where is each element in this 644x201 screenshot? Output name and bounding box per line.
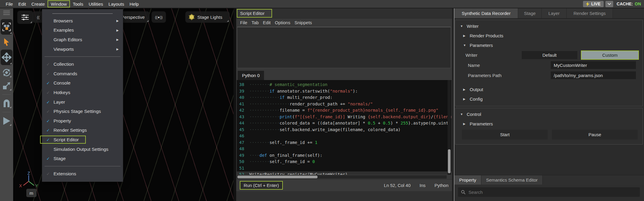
params-path-input[interactable] [551, 71, 636, 79]
output-header[interactable]: ▶ Output [455, 85, 643, 94]
line-number: 41 [237, 101, 248, 108]
stage-lights-button[interactable]: Stage Lights [185, 11, 230, 23]
horizontal-scrollbar-thumb[interactable] [237, 176, 318, 178]
code-line[interactable]: 51 [237, 165, 451, 172]
code-line[interactable]: 50········self._frame_id = 0 [237, 159, 451, 165]
tab-stage[interactable]: Stage [518, 8, 542, 18]
code-line[interactable]: 47········self._frame_id += 1 [237, 139, 451, 146]
code-line[interactable]: 42············filename = f"{render_produ… [237, 107, 451, 114]
tab-synthetic-data-recorder[interactable]: Synthetic Data Recorder [454, 8, 518, 18]
menu-item-script-editor[interactable]: ✓Script Editor [42, 135, 123, 145]
menu-item-viewports[interactable]: Viewports▶ [42, 45, 123, 54]
menu-item-console[interactable]: ✓Console [42, 79, 123, 88]
render-products-header[interactable]: ▶ Render Products [455, 31, 643, 40]
toolbar-drag-handle-icon[interactable] [3, 11, 10, 15]
menu-item-hotkeys[interactable]: ✓Hotkeys [42, 88, 123, 97]
script-editor-menu-edit[interactable]: Edit [261, 20, 273, 25]
menubar-item-layouts[interactable]: Layouts [106, 0, 127, 7]
snap-tool-button[interactable] [1, 98, 12, 109]
code-line[interactable]: 48 [237, 146, 451, 152]
writer-name-input[interactable] [551, 61, 636, 69]
menu-item-examples[interactable]: Examples▶ [42, 26, 123, 35]
menu-item-stage[interactable]: ✓Stage [42, 154, 123, 163]
rotate-tool-button[interactable] [1, 67, 12, 78]
tab-render-settings[interactable]: Render Settings [567, 8, 613, 18]
chevron-down-icon [608, 3, 611, 5]
code-line[interactable]: 45············self.backend.write_image(f… [237, 127, 451, 133]
tab-python-0[interactable]: Python 0 [238, 71, 264, 80]
code-line[interactable]: 43············print(f"[{self._frame_id}]… [237, 114, 451, 120]
code-line[interactable]: 41················render_product_path +=… [237, 101, 451, 108]
writer-type-row: Writer Default Custom [455, 50, 643, 60]
play-button[interactable] [1, 115, 12, 127]
window-menu: Browsers▶Examples▶Graph Editors▶Viewport… [42, 9, 123, 182]
writer-default-button[interactable]: Default [522, 51, 577, 59]
config-header[interactable]: ▶ Config [455, 94, 643, 104]
code-text: ············if multi_render_prod: [248, 94, 332, 101]
menubar-item-utilities[interactable]: Utilities [86, 0, 106, 7]
menubar-item-help[interactable]: Help [127, 0, 141, 7]
viewport-settings-button[interactable] [17, 11, 33, 24]
move-tool-button[interactable] [1, 50, 13, 65]
code-line[interactable]: 52WriterRegistry.register(MyCustomWriter… [237, 171, 451, 175]
parameters-header[interactable]: ▼ Parameters [455, 40, 643, 50]
menu-item-collection[interactable]: ✓Collection [42, 59, 123, 69]
viewport[interactable]: (( Perspective ((●)) Stage Lights Z [13, 8, 234, 201]
menu-item-property[interactable]: ✓Property [42, 116, 123, 126]
code-line[interactable]: 46 [237, 133, 451, 139]
tab-semantics-schema-editor[interactable]: Semantics Schema Editor [481, 175, 543, 185]
menu-item-commands[interactable]: ✓Commands [42, 69, 123, 79]
script-editor-menu-options[interactable]: Options [273, 20, 292, 25]
checkmark-icon: ✓ [46, 171, 54, 176]
menu-item-graph-editors[interactable]: Graph Editors▶ [42, 35, 123, 45]
writer-custom-button[interactable]: Custom [581, 50, 639, 60]
script-editor-menu-snippets[interactable]: Snippets [292, 20, 314, 25]
menu-item-simulation-output-settings[interactable]: Simulation Output Settings [42, 145, 123, 154]
menu-item-render-settings[interactable]: ✓Render Settings [42, 126, 123, 135]
code-line[interactable]: 40············if multi_render_prod: [237, 94, 451, 101]
collapse-triangle-icon: ▼ [460, 24, 464, 28]
menubar-item-file[interactable]: File [3, 0, 16, 7]
menubar-item-tools[interactable]: Tools [70, 0, 86, 7]
menu-item-browsers[interactable]: Browsers▶ [42, 16, 123, 26]
pause-button[interactable]: Pause [552, 130, 638, 139]
tab-property[interactable]: Property [454, 175, 481, 185]
run-button[interactable]: Run (Ctrl + Enter) [240, 181, 283, 190]
menubar-item-window[interactable]: Window [48, 0, 70, 7]
live-dropdown-button[interactable] [605, 1, 613, 7]
control-parameters-header[interactable]: ▶ Parameters [455, 119, 643, 128]
writer-header[interactable]: ▼ Writer [455, 21, 643, 31]
menu-item-physics-stage-settings[interactable]: ✓Physics Stage Settings [42, 107, 123, 116]
start-button[interactable]: Start [462, 130, 548, 139]
menu-item-layer[interactable]: ✓Layer [42, 97, 123, 107]
panel-splitter[interactable] [234, 8, 236, 201]
viewport-unit-badge[interactable]: m [26, 189, 36, 197]
code-line[interactable]: 38········# semantic_segmentation [237, 82, 451, 88]
menubar-item-create[interactable]: Create [29, 0, 48, 7]
code-line[interactable]: 44············colored_data = ((data[anno… [237, 120, 451, 127]
search-input[interactable] [468, 189, 637, 195]
line-number: 50 [237, 159, 248, 165]
select-tool-button[interactable] [1, 36, 12, 48]
property-search[interactable] [458, 187, 640, 197]
vertical-scrollbar-thumb[interactable] [448, 149, 451, 173]
live-button[interactable]: LIVE [583, 1, 603, 7]
horizontal-scrollbar[interactable] [237, 175, 447, 179]
selection-mode-button[interactable] [1, 19, 13, 35]
menubar-item-edit[interactable]: Edit [16, 0, 29, 7]
line-number: 45 [237, 127, 248, 133]
script-editor-menu-file[interactable]: File [238, 20, 249, 25]
scale-tool-button[interactable] [1, 80, 12, 91]
script-editor-output-pane[interactable] [237, 27, 451, 68]
code-line[interactable]: 49····def on_final_frame(self): [237, 152, 451, 159]
tab-script-editor[interactable]: Script Editor [237, 9, 272, 18]
render-mode-button[interactable]: ((●)) [152, 11, 166, 23]
script-editor-menu-tab[interactable]: Tab [249, 20, 261, 25]
vertical-scrollbar[interactable] [448, 80, 451, 175]
control-header[interactable]: ▼ Control [455, 109, 643, 119]
tab-layer[interactable]: Layer [542, 8, 567, 18]
code-editor[interactable]: 38········# semantic_segmentation39·····… [237, 80, 451, 175]
menu-item-extensions[interactable]: ✓Extensions [42, 169, 123, 179]
code-line[interactable]: 39········if annotator.startswith("norma… [237, 88, 451, 95]
menu-divider [45, 56, 120, 57]
